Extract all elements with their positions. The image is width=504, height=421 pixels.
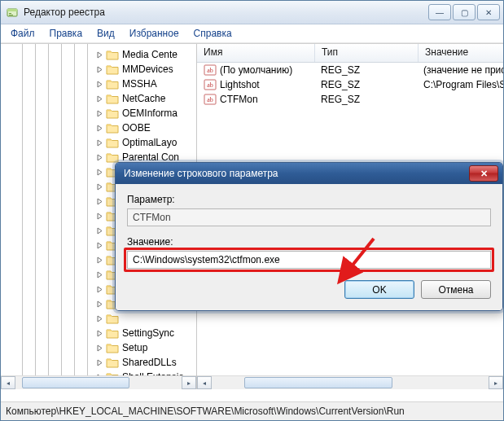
- list-row[interactable]: abLightshotREG_SZC:\Program Files\Sk: [197, 77, 503, 92]
- list-row[interactable]: ab(По умолчанию)REG_SZ(значение не присв: [197, 63, 503, 77]
- value-field[interactable]: [127, 251, 491, 269]
- param-label: Параметр:: [127, 194, 491, 205]
- maximize-button[interactable]: ▢: [453, 4, 476, 20]
- list-header[interactable]: Имя Тип Значение: [197, 44, 503, 63]
- expand-icon[interactable]: [95, 314, 104, 323]
- titlebar[interactable]: Редактор реестра — ▢ ✕: [1, 1, 503, 24]
- tree-item[interactable]: OptimalLayo: [1, 135, 196, 150]
- menu-favorites[interactable]: Избранное: [123, 26, 186, 41]
- expand-icon[interactable]: [95, 153, 104, 162]
- value-type: REG_SZ: [314, 79, 417, 90]
- tree-hscroll[interactable]: ◂ ▸: [1, 375, 196, 389]
- expand-icon[interactable]: [95, 65, 104, 74]
- list-row[interactable]: abCTFMonREG_SZ: [197, 92, 503, 107]
- tree-item-label: Media Cente: [122, 49, 177, 60]
- minimize-button[interactable]: —: [428, 4, 451, 20]
- ok-button[interactable]: OK: [344, 280, 414, 299]
- folder-icon: [106, 93, 119, 104]
- expand-icon[interactable]: [95, 80, 104, 89]
- expand-icon[interactable]: [95, 212, 104, 221]
- expand-icon[interactable]: [95, 285, 104, 294]
- tree-item-label: Setup: [122, 342, 147, 353]
- col-type[interactable]: Тип: [315, 44, 419, 62]
- menu-help[interactable]: Справка: [187, 26, 239, 41]
- tree-item-label: OOBE: [122, 122, 151, 134]
- expand-icon[interactable]: [95, 124, 104, 133]
- value-data: (значение не присв: [417, 64, 503, 76]
- status-path: Компьютер\HKEY_LOCAL_MACHINE\SOFTWARE\Mi…: [6, 406, 405, 417]
- tree-item[interactable]: NetCache: [1, 91, 196, 106]
- svg-text:ab: ab: [207, 67, 213, 74]
- dialog-close-button[interactable]: ✕: [469, 165, 498, 182]
- app-icon: [6, 6, 19, 19]
- folder-icon: [106, 78, 119, 90]
- expand-icon[interactable]: [95, 344, 104, 353]
- tree-item[interactable]: [1, 311, 196, 326]
- string-value-icon: ab: [204, 93, 217, 106]
- tree-item-label: SharedDLLs: [122, 357, 177, 368]
- dialog-title: Изменение строкового параметра: [124, 168, 469, 179]
- close-button[interactable]: ✕: [477, 4, 500, 20]
- param-name-field: [127, 208, 491, 226]
- expand-icon[interactable]: [95, 50, 104, 59]
- value-type: REG_SZ: [314, 64, 417, 76]
- tree-item[interactable]: MSSHA: [1, 77, 196, 91]
- expand-icon[interactable]: [95, 256, 104, 265]
- expand-icon[interactable]: [95, 109, 104, 118]
- folder-icon: [106, 342, 119, 353]
- folder-icon: [106, 313, 119, 324]
- expand-icon[interactable]: [95, 329, 104, 338]
- col-value[interactable]: Значение: [419, 44, 503, 62]
- menu-edit[interactable]: Правка: [43, 26, 90, 41]
- tree-item[interactable]: Media Cente: [1, 47, 196, 62]
- tree-item[interactable]: Setup: [1, 340, 196, 355]
- tree-item-label: OptimalLayo: [122, 137, 177, 148]
- scroll-thumb[interactable]: [244, 377, 392, 388]
- menu-file[interactable]: Файл: [4, 26, 42, 41]
- expand-icon[interactable]: [95, 226, 104, 235]
- string-value-icon: ab: [204, 64, 217, 77]
- expand-icon[interactable]: [95, 358, 104, 367]
- edit-string-dialog: Изменение строкового параметра ✕ Парамет…: [115, 162, 503, 311]
- values-hscroll[interactable]: ◂ ▸: [197, 375, 503, 389]
- tree-item[interactable]: OEMInforma: [1, 106, 196, 121]
- folder-icon: [106, 151, 119, 163]
- svg-rect-1: [7, 9, 17, 11]
- scroll-right-button[interactable]: ▸: [182, 376, 196, 389]
- expand-icon[interactable]: [95, 138, 104, 147]
- tree-item-label: MMDevices: [122, 64, 173, 75]
- value-data: C:\Program Files\Sk: [417, 79, 503, 90]
- cancel-button[interactable]: Отмена: [421, 280, 491, 299]
- folder-icon: [106, 107, 119, 119]
- folder-icon: [106, 64, 119, 75]
- tree-item[interactable]: SettingSync: [1, 326, 196, 340]
- folder-icon: [106, 137, 119, 148]
- folder-icon: [106, 49, 119, 60]
- scroll-left-button[interactable]: ◂: [1, 376, 15, 389]
- tree-item[interactable]: MMDevices: [1, 62, 196, 77]
- scroll-right-button[interactable]: ▸: [489, 376, 503, 389]
- value-type: REG_SZ: [314, 94, 417, 105]
- expand-icon[interactable]: [95, 241, 104, 250]
- svg-rect-2: [9, 13, 11, 14]
- expand-icon[interactable]: [95, 270, 104, 279]
- dialog-titlebar[interactable]: Изменение строкового параметра ✕: [116, 163, 502, 184]
- tree-item[interactable]: OOBE: [1, 121, 196, 135]
- expand-icon[interactable]: [95, 300, 104, 309]
- value-label: Значение:: [127, 236, 491, 248]
- expand-icon[interactable]: [95, 168, 104, 177]
- folder-icon: [106, 357, 119, 368]
- folder-icon: [106, 327, 119, 339]
- window-title: Редактор реестра: [24, 7, 428, 18]
- expand-icon[interactable]: [95, 94, 104, 103]
- menu-view[interactable]: Вид: [90, 26, 121, 41]
- scroll-thumb[interactable]: [22, 377, 129, 388]
- value-highlight: [124, 248, 494, 272]
- regedit-window: Редактор реестра — ▢ ✕ Файл Правка Вид И…: [0, 0, 504, 421]
- scroll-left-button[interactable]: ◂: [197, 376, 212, 389]
- svg-rect-3: [9, 15, 13, 15]
- tree-item[interactable]: SharedDLLs: [1, 355, 196, 370]
- expand-icon[interactable]: [95, 182, 104, 191]
- expand-icon[interactable]: [95, 197, 104, 206]
- col-name[interactable]: Имя: [197, 44, 315, 62]
